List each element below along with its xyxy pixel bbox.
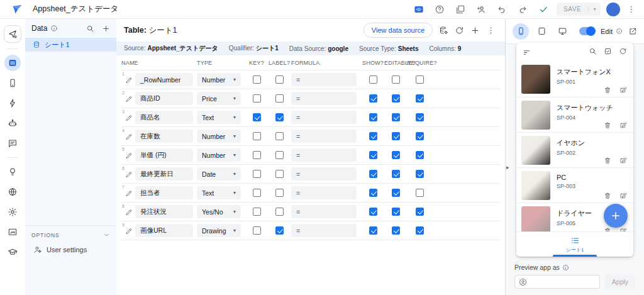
delete-icon[interactable] bbox=[604, 157, 611, 164]
label-checkbox[interactable] bbox=[275, 189, 284, 197]
column-name-input[interactable]: 在庫数 bbox=[135, 130, 193, 143]
save-dropdown-button[interactable]: ▾ bbox=[588, 6, 601, 12]
delete-icon[interactable] bbox=[604, 86, 611, 94]
edit-column-button[interactable] bbox=[125, 114, 133, 121]
preview-user-input[interactable] bbox=[514, 275, 600, 289]
column-type-select[interactable]: Date▾ bbox=[197, 167, 241, 181]
column-name-input[interactable]: 画像URL bbox=[135, 224, 193, 237]
edit-column-button[interactable] bbox=[125, 170, 133, 178]
editable-checkbox[interactable] bbox=[392, 75, 400, 84]
column-name-input[interactable]: 単価 (円) bbox=[135, 148, 193, 162]
search-icon[interactable] bbox=[86, 25, 94, 33]
edit-column-button[interactable] bbox=[125, 208, 133, 216]
edit-icon[interactable] bbox=[619, 121, 627, 129]
key-checkbox[interactable] bbox=[253, 94, 261, 103]
preview-bottom-nav[interactable]: シート1 bbox=[516, 231, 633, 257]
edit-column-button[interactable] bbox=[125, 189, 133, 197]
more-menu-button[interactable]: ⋮ bbox=[626, 4, 636, 14]
label-checkbox[interactable] bbox=[275, 170, 284, 178]
list-item[interactable]: スマートウォッチSP-004 bbox=[516, 97, 633, 132]
require-checkbox[interactable] bbox=[416, 132, 424, 140]
column-type-select[interactable]: Text▾ bbox=[197, 186, 241, 199]
rail-item-manage[interactable] bbox=[4, 224, 21, 240]
search-button[interactable] bbox=[589, 47, 597, 58]
editable-checkbox[interactable] bbox=[392, 94, 400, 103]
save-button[interactable]: SAVE bbox=[557, 6, 588, 13]
open-in-new-icon[interactable] bbox=[628, 27, 637, 36]
require-checkbox[interactable] bbox=[416, 170, 424, 178]
column-name-input[interactable]: 発注状況 bbox=[135, 205, 193, 218]
label-checkbox[interactable] bbox=[275, 113, 284, 121]
multi-select-button[interactable] bbox=[604, 47, 612, 58]
require-checkbox[interactable] bbox=[416, 113, 424, 121]
formula-input[interactable]: = bbox=[291, 111, 357, 124]
key-checkbox[interactable] bbox=[253, 151, 261, 159]
require-checkbox[interactable] bbox=[416, 226, 424, 235]
options-section-toggle[interactable]: OPTIONS bbox=[31, 231, 110, 238]
editable-checkbox[interactable] bbox=[392, 132, 400, 140]
require-checkbox[interactable] bbox=[416, 94, 424, 103]
formula-input[interactable]: = bbox=[291, 167, 357, 181]
sync-button[interactable] bbox=[619, 47, 627, 58]
delete-icon[interactable] bbox=[604, 121, 611, 129]
show-checkbox[interactable] bbox=[369, 75, 377, 84]
key-checkbox[interactable] bbox=[253, 189, 261, 197]
add-button[interactable] bbox=[469, 24, 482, 37]
require-checkbox[interactable] bbox=[416, 208, 424, 216]
sync-button[interactable] bbox=[453, 24, 466, 37]
key-checkbox[interactable] bbox=[253, 113, 261, 121]
avatar[interactable] bbox=[606, 3, 620, 16]
rail-item-learn[interactable] bbox=[4, 244, 21, 260]
show-checkbox[interactable] bbox=[369, 170, 377, 178]
label-checkbox[interactable] bbox=[275, 75, 284, 84]
column-name-input[interactable]: 商品ID bbox=[135, 92, 193, 105]
list-item[interactable]: PCSP-003 bbox=[516, 167, 633, 203]
edit-icon[interactable] bbox=[619, 157, 627, 164]
require-checkbox[interactable] bbox=[416, 151, 424, 159]
rail-item-automation[interactable] bbox=[4, 115, 21, 131]
edit-toggle[interactable] bbox=[579, 27, 595, 35]
apply-button[interactable]: Apply bbox=[605, 275, 635, 289]
column-type-select[interactable]: Text▾ bbox=[197, 111, 241, 124]
editable-checkbox[interactable] bbox=[392, 170, 400, 178]
column-name-input[interactable]: _RowNumber bbox=[135, 73, 193, 86]
column-name-input[interactable]: 最終更新日 bbox=[135, 167, 193, 181]
label-checkbox[interactable] bbox=[275, 132, 284, 140]
rail-item-actions[interactable] bbox=[4, 95, 21, 111]
show-checkbox[interactable] bbox=[369, 94, 377, 103]
editable-checkbox[interactable] bbox=[392, 226, 400, 235]
more-button[interactable] bbox=[484, 24, 497, 37]
edit-column-button[interactable] bbox=[125, 95, 133, 103]
delete-icon[interactable] bbox=[604, 227, 611, 231]
formula-input[interactable]: = bbox=[291, 73, 357, 86]
edit-icon[interactable] bbox=[619, 86, 627, 94]
sidebar-item-sheet1[interactable]: シート1 bbox=[25, 38, 116, 52]
copy-app-button[interactable] bbox=[453, 3, 468, 16]
rail-item-app-launcher[interactable] bbox=[4, 25, 21, 43]
edit-column-button[interactable] bbox=[125, 133, 133, 140]
rail-item-intelligence[interactable] bbox=[4, 164, 21, 180]
add-table-icon[interactable] bbox=[102, 25, 110, 33]
show-checkbox[interactable] bbox=[369, 132, 377, 140]
show-checkbox[interactable] bbox=[369, 208, 377, 216]
preview-toggle-button[interactable] bbox=[411, 3, 426, 16]
key-checkbox[interactable] bbox=[253, 208, 261, 216]
column-name-input[interactable]: 担当者 bbox=[135, 186, 193, 199]
undo-button[interactable] bbox=[494, 3, 509, 16]
delete-icon[interactable] bbox=[604, 192, 611, 199]
column-type-select[interactable]: Drawing▾ bbox=[197, 224, 241, 237]
rail-item-data[interactable] bbox=[4, 55, 21, 71]
editable-checkbox[interactable] bbox=[392, 189, 400, 197]
expand-panel-handle[interactable]: ▸ bbox=[506, 164, 509, 170]
editable-checkbox[interactable] bbox=[392, 151, 400, 159]
key-checkbox[interactable] bbox=[253, 132, 261, 140]
list-item[interactable]: イヤホンSP-002 bbox=[516, 132, 633, 167]
db-gear-button[interactable] bbox=[437, 24, 450, 37]
desktop-device-button[interactable] bbox=[554, 23, 570, 40]
label-checkbox[interactable] bbox=[275, 94, 284, 103]
view-data-source-button[interactable]: View data source bbox=[364, 23, 433, 38]
show-checkbox[interactable] bbox=[369, 151, 377, 159]
edit-icon[interactable] bbox=[619, 227, 627, 231]
formula-input[interactable]: = bbox=[291, 92, 357, 105]
list-item[interactable]: スマートフォンXSP-001 bbox=[516, 62, 633, 97]
